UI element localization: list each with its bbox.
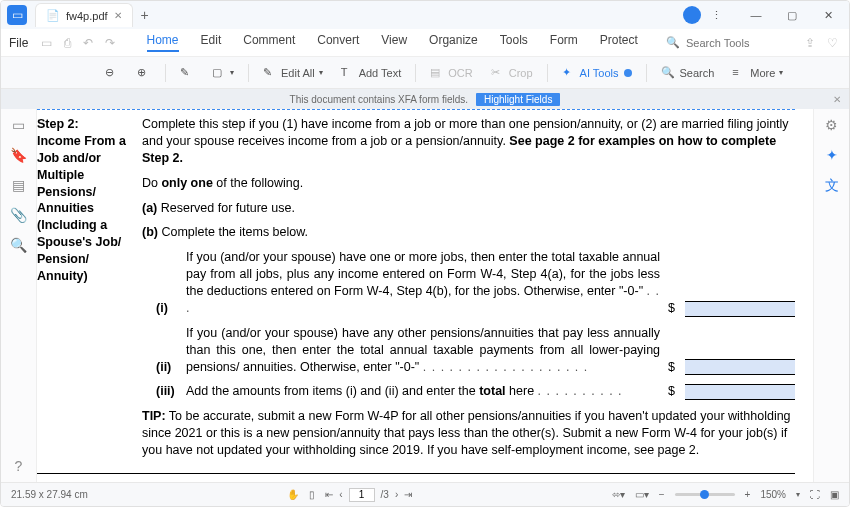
search-tool[interactable]: 🔍Search xyxy=(657,64,718,82)
search-tools-input[interactable] xyxy=(686,37,796,49)
prev-page-icon[interactable]: ‹ xyxy=(339,489,342,500)
menu-home[interactable]: Home xyxy=(147,33,179,52)
menu-convert[interactable]: Convert xyxy=(317,33,359,52)
new-tab-button[interactable]: + xyxy=(141,7,149,23)
titlebar: ▭ 📄 fw4p.pdf ✕ + ⋮ — ▢ ✕ xyxy=(1,1,849,29)
info-message: This document contains XFA form fields. xyxy=(290,94,468,105)
zoom-slider[interactable] xyxy=(675,493,735,496)
tab-label: fw4p.pdf xyxy=(66,10,108,22)
share-icon[interactable]: ⇪ xyxy=(802,36,818,50)
first-page-icon[interactable]: ⇤ xyxy=(325,489,333,500)
xfa-info-bar: This document contains XFA form fields. … xyxy=(1,89,849,109)
kebab-menu-icon[interactable]: ⋮ xyxy=(701,5,731,25)
settings-icon[interactable]: ⚙ xyxy=(825,117,838,133)
file-menu[interactable]: File xyxy=(9,36,28,50)
document-content: Step 2:Income From a Job and/or Multiple… xyxy=(37,109,813,482)
search-icon: 🔍 xyxy=(666,36,680,49)
ocr-tool[interactable]: ▤OCR xyxy=(426,64,476,82)
attachments-icon[interactable]: 📎 xyxy=(10,207,27,223)
menu-organize[interactable]: Organize xyxy=(429,33,478,52)
menu-tools[interactable]: Tools xyxy=(500,33,528,52)
view-mode-icon[interactable]: ▭▾ xyxy=(635,489,649,500)
left-rail: ▭ 🔖 ▤ 📎 🔍 ? xyxy=(1,109,37,482)
menu-view[interactable]: View xyxy=(381,33,407,52)
field-iii-amount[interactable] xyxy=(685,384,795,400)
menu-edit[interactable]: Edit xyxy=(201,33,222,52)
bookmarks-icon[interactable]: 🔖 xyxy=(10,147,27,163)
last-page-icon[interactable]: ⇥ xyxy=(404,489,412,500)
open-icon[interactable]: ▭ xyxy=(38,36,55,50)
redo-icon[interactable]: ↷ xyxy=(102,36,118,50)
menu-comment[interactable]: Comment xyxy=(243,33,295,52)
fullscreen-icon[interactable]: ⛶ xyxy=(810,489,820,500)
field-i-amount[interactable] xyxy=(685,301,795,317)
info-close-icon[interactable]: ✕ xyxy=(833,94,841,105)
step2-label: Step 2:Income From a Job and/or Multiple… xyxy=(37,116,132,467)
crop-tool[interactable]: ✂Crop xyxy=(487,64,537,82)
page-input[interactable] xyxy=(349,488,375,502)
pdf-file-icon: 📄 xyxy=(46,9,60,22)
undo-icon[interactable]: ↶ xyxy=(80,36,96,50)
field-ii-amount[interactable] xyxy=(685,359,795,375)
thumbnails-icon[interactable]: ▭ xyxy=(12,117,25,133)
add-text-tool[interactable]: TAdd Text xyxy=(337,64,406,82)
page-total: /3 xyxy=(381,489,389,500)
more-tool[interactable]: ≡More▾ xyxy=(728,64,787,82)
zoom-in-icon[interactable]: + xyxy=(745,489,751,500)
user-avatar[interactable] xyxy=(683,6,701,24)
translate-icon[interactable]: 文 xyxy=(825,177,839,195)
hand-tool-icon[interactable]: ✋ xyxy=(287,489,299,500)
menubar: File ▭ ⎙ ↶ ↷ Home Edit Comment Convert V… xyxy=(1,29,849,57)
print-icon[interactable]: ⎙ xyxy=(61,36,74,50)
toolbar: ⊖ ⊕ ✎ ▢▾ ✎Edit All▾ TAdd Text ▤OCR ✂Crop… xyxy=(1,57,849,89)
zoom-in-tool[interactable]: ⊕ xyxy=(133,64,155,82)
next-page-icon[interactable]: › xyxy=(395,489,398,500)
edit-all-tool[interactable]: ✎Edit All▾ xyxy=(259,64,327,82)
zoom-level: 150% xyxy=(760,489,786,500)
page-dimensions: 21.59 x 27.94 cm xyxy=(11,489,88,500)
comments-icon[interactable]: ▤ xyxy=(12,177,25,193)
zoom-out-icon[interactable]: − xyxy=(659,489,665,500)
shape-tool[interactable]: ▢▾ xyxy=(208,64,238,82)
menu-form[interactable]: Form xyxy=(550,33,578,52)
highlight-fields-button[interactable]: Highlight Fields xyxy=(476,93,560,106)
right-rail: ⚙ ✦ 文 xyxy=(813,109,849,482)
read-mode-icon[interactable]: ▣ xyxy=(830,489,839,500)
close-button[interactable]: ✕ xyxy=(813,5,843,25)
ai-tools[interactable]: ✦AI Tools xyxy=(558,64,637,82)
statusbar: 21.59 x 27.94 cm ✋ ▯ ⇤ ‹ /3 › ⇥ ⬄▾ ▭▾ − … xyxy=(1,482,849,506)
zoom-out-tool[interactable]: ⊖ xyxy=(101,64,123,82)
file-tab[interactable]: 📄 fw4p.pdf ✕ xyxy=(35,3,133,27)
menu-protect[interactable]: Protect xyxy=(600,33,638,52)
app-icon: ▭ xyxy=(7,5,27,25)
help-icon[interactable]: ? xyxy=(15,458,23,474)
minimize-button[interactable]: — xyxy=(741,5,771,25)
bell-icon[interactable]: ♡ xyxy=(824,36,841,50)
ai-panel-icon[interactable]: ✦ xyxy=(826,147,838,163)
highlight-tool[interactable]: ✎ xyxy=(176,64,198,82)
maximize-button[interactable]: ▢ xyxy=(777,5,807,25)
select-tool-icon[interactable]: ▯ xyxy=(309,489,315,500)
close-tab-icon[interactable]: ✕ xyxy=(114,10,122,21)
fit-width-icon[interactable]: ⬄▾ xyxy=(612,489,625,500)
search-panel-icon[interactable]: 🔍 xyxy=(10,237,27,253)
